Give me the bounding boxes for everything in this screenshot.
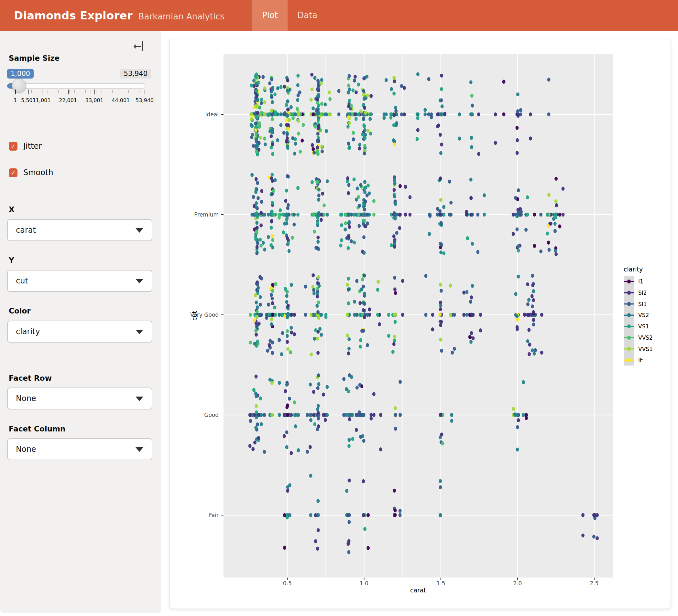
- data-point: [423, 108, 427, 112]
- data-point: [270, 146, 273, 149]
- jitter-checkbox[interactable]: ✓ Jitter: [9, 141, 42, 151]
- data-point: [280, 352, 284, 356]
- data-point: [260, 111, 263, 115]
- slider-major-tick: [121, 89, 121, 94]
- data-point: [353, 113, 357, 116]
- data-point: [309, 353, 313, 357]
- data-point: [319, 81, 323, 85]
- data-point: [440, 221, 443, 225]
- data-point: [316, 101, 319, 105]
- data-point: [442, 251, 445, 255]
- data-point: [259, 238, 262, 241]
- data-point: [394, 427, 397, 431]
- data-point: [285, 221, 288, 225]
- data-point: [346, 333, 349, 337]
- data-point: [256, 111, 259, 115]
- data-point: [323, 213, 326, 216]
- data-point: [403, 113, 406, 116]
- data-point: [286, 78, 290, 82]
- data-point: [395, 231, 399, 235]
- legend-key-point: [627, 358, 631, 362]
- data-point: [256, 226, 259, 230]
- data-point: [312, 413, 315, 417]
- data-point: [316, 149, 319, 153]
- data-point: [286, 99, 289, 103]
- data-point: [372, 413, 376, 417]
- data-point: [270, 77, 273, 81]
- data-point: [288, 513, 292, 517]
- data-point: [366, 213, 369, 216]
- legend-entry-label: SI2: [638, 290, 647, 296]
- data-point: [526, 339, 530, 343]
- facet-row-select-label: Facet Row: [9, 374, 52, 382]
- data-point: [263, 137, 267, 140]
- data-point: [290, 283, 293, 287]
- sample-size-slider-track[interactable]: [7, 83, 145, 89]
- color-select[interactable]: clarity: [7, 321, 152, 342]
- data-point: [470, 295, 473, 299]
- data-point: [286, 516, 289, 519]
- data-point: [283, 546, 286, 550]
- data-point: [249, 444, 252, 448]
- data-point: [317, 382, 321, 386]
- data-point: [255, 205, 258, 209]
- data-point: [555, 252, 558, 256]
- data-point: [547, 193, 551, 197]
- data-point: [324, 418, 327, 422]
- slider-tick-label: 1: [13, 97, 17, 104]
- data-point: [403, 86, 406, 90]
- data-point: [347, 277, 350, 281]
- data-point: [523, 313, 526, 317]
- data-point: [260, 101, 263, 105]
- facet-column-select[interactable]: None: [7, 438, 152, 460]
- data-point: [431, 327, 435, 331]
- data-point: [369, 117, 372, 121]
- data-point: [554, 249, 557, 252]
- data-point: [440, 142, 443, 147]
- data-point: [367, 546, 370, 550]
- data-point: [470, 145, 473, 149]
- facet-column-select-value: None: [16, 445, 36, 454]
- data-point: [389, 116, 393, 120]
- data-point: [287, 304, 290, 308]
- data-point: [322, 413, 325, 417]
- data-point: [363, 274, 366, 278]
- data-point: [450, 419, 453, 423]
- data-point: [363, 190, 367, 194]
- data-point: [517, 244, 520, 248]
- data-point: [316, 351, 319, 355]
- data-point: [309, 474, 312, 478]
- data-point: [311, 143, 314, 147]
- facet-row-select[interactable]: None: [7, 387, 152, 409]
- data-point: [286, 329, 289, 333]
- data-point: [255, 251, 259, 255]
- slider-minor-tick: [112, 90, 113, 93]
- sidebar-collapse-icon[interactable]: ←: [133, 40, 143, 52]
- data-point: [516, 425, 519, 429]
- data-point: [310, 88, 314, 91]
- data-point: [448, 180, 451, 183]
- data-point: [250, 117, 253, 121]
- data-point: [320, 78, 324, 82]
- data-point: [470, 313, 473, 317]
- data-point: [250, 124, 254, 128]
- data-point: [362, 479, 365, 483]
- slider-minor-tick: [58, 90, 59, 93]
- data-point: [416, 137, 419, 141]
- data-point: [311, 113, 315, 116]
- data-point: [316, 291, 319, 295]
- data-point: [512, 407, 515, 411]
- sample-size-slider-handle[interactable]: [12, 79, 26, 93]
- x-select[interactable]: carat: [7, 219, 152, 241]
- data-point: [287, 312, 290, 316]
- data-point: [285, 218, 289, 222]
- data-point: [513, 412, 517, 416]
- data-point: [346, 542, 350, 546]
- tab-data[interactable]: Data: [288, 0, 327, 31]
- data-point: [450, 413, 453, 417]
- tab-plot[interactable]: Plot: [252, 0, 288, 31]
- data-point: [347, 389, 350, 393]
- data-point: [393, 240, 396, 243]
- y-select[interactable]: cut: [7, 270, 152, 292]
- smooth-checkbox[interactable]: ✓ Smooth: [9, 168, 53, 177]
